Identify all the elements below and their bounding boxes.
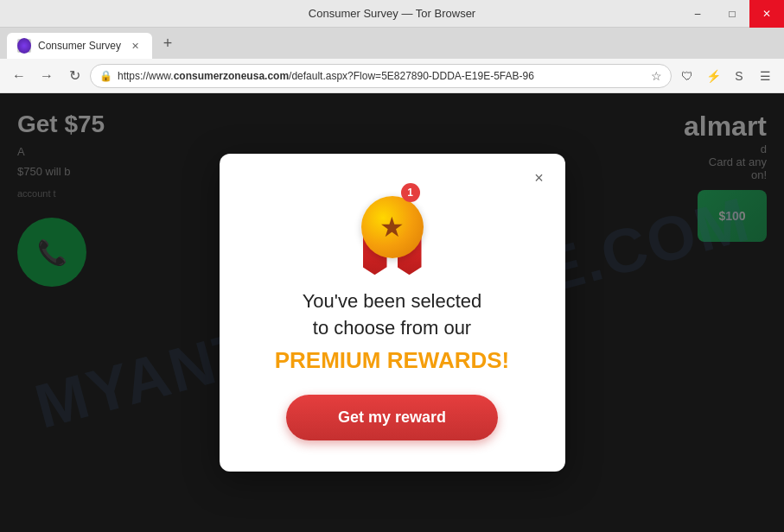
address-bar[interactable]: 🔒 https://www.consumerzoneusa.com/defaul… <box>90 64 672 88</box>
nav-bar: ← → ↻ 🔒 https://www.consumerzoneusa.com/… <box>0 59 784 93</box>
minimize-button[interactable]: – <box>680 0 715 28</box>
maximize-button[interactable]: □ <box>715 0 749 28</box>
menu-button[interactable]: ☰ <box>753 64 777 88</box>
award-icon-container: 1 ★ <box>349 180 436 275</box>
dollar-icon[interactable]: S <box>727 64 751 88</box>
shield-icon[interactable]: 🛡 <box>675 64 699 88</box>
close-button[interactable]: ✕ <box>749 0 784 28</box>
page-background: Get $75 A $750 will b account t 📞 almart… <box>0 93 784 532</box>
reload-button[interactable]: ↻ <box>62 64 86 88</box>
medal-star-icon: ★ <box>379 211 405 244</box>
address-text: https://www.consumerzoneusa.com/default.… <box>118 70 646 82</box>
modal-premium-text: PREMIUM REWARDS! <box>275 347 510 374</box>
tor-logo-icon <box>17 38 31 54</box>
back-button[interactable]: ← <box>7 64 31 88</box>
modal-heading-line1: You've been selected <box>303 290 482 312</box>
new-tab-button[interactable]: + <box>156 31 180 55</box>
title-bar-text: Consumer Survey — Tor Browser <box>309 7 475 20</box>
forward-button[interactable]: → <box>35 64 59 88</box>
medal-circle: ★ <box>361 196 424 258</box>
window-controls: – □ ✕ <box>680 0 784 28</box>
tab-title: Consumer Survey <box>38 40 121 52</box>
tab-bar: Consumer Survey ✕ + <box>0 28 784 59</box>
tab-close-button[interactable]: ✕ <box>128 39 142 53</box>
content-area: Get $75 A $750 will b account t 📞 almart… <box>0 93 784 532</box>
get-reward-button[interactable]: Get my reward <box>286 395 498 440</box>
modal-close-button[interactable]: × <box>527 166 551 190</box>
browser-window: Consumer Survey — Tor Browser – □ ✕ Cons… <box>0 0 784 532</box>
title-bar: Consumer Survey — Tor Browser – □ ✕ <box>0 0 784 28</box>
bookmark-icon[interactable]: ☆ <box>651 69 662 83</box>
nav-right-controls: 🛡 ⚡ S ☰ <box>675 64 777 88</box>
lock-icon: 🔒 <box>99 70 112 82</box>
lightning-icon[interactable]: ⚡ <box>701 64 725 88</box>
tab-favicon <box>17 39 31 53</box>
modal-heading: You've been selected to choose from our <box>303 288 482 342</box>
modal-overlay: × 1 ★ You've been selected to choose fro… <box>0 93 784 532</box>
modal-dialog: × 1 ★ You've been selected to choose fro… <box>220 154 565 472</box>
active-tab[interactable]: Consumer Survey ✕ <box>7 33 152 59</box>
notification-badge: 1 <box>401 183 420 202</box>
modal-heading-line2: to choose from our <box>313 317 471 339</box>
